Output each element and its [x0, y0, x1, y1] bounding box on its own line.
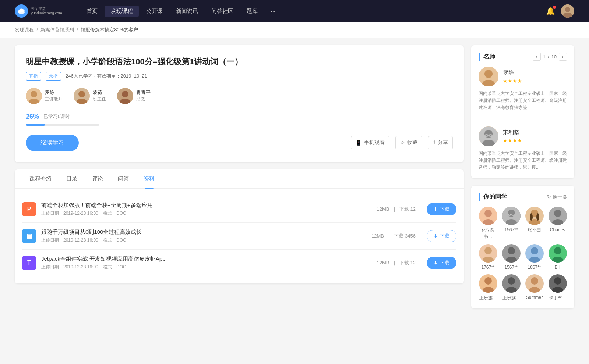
- teachers-title: 名师: [479, 53, 495, 61]
- teacher-0-role: 主讲老师: [45, 96, 63, 102]
- classmate-2: 张小田: [525, 207, 544, 240]
- teachers-row: 罗静 主讲老师 凌荷 班主任: [26, 88, 453, 104]
- resource-1-title: 跟随千万级项目从0到100全过程高效成长: [41, 229, 366, 236]
- resource-0-icon: P: [22, 202, 36, 216]
- classmate-10-name: Summer: [526, 295, 543, 300]
- classmate-11-name: 卡丁车...: [549, 295, 566, 301]
- tabs-card: 课程介绍 目录 评论 问答 资料 P 前端全栈加强版！前端全栈+全周期+多端应用…: [15, 169, 464, 283]
- classmate-4-name: 1767**: [481, 265, 494, 270]
- classmate-0: 化学教书...: [479, 207, 497, 240]
- tab-content-resources: P 前端全栈加强版！前端全栈+全周期+多端应用 上传日期：2019-12-28 …: [15, 189, 464, 283]
- resource-2: T Jetpack全组件实战 开发短视频应用高仿皮皮虾App 上传日期：2019…: [22, 250, 456, 276]
- sidebar-teacher-1-header: 宋利坚 ★★★★: [479, 126, 567, 146]
- resource-2-meta: 上传日期：2019-12-28 16:00 格式：DOC: [41, 264, 372, 270]
- resource-1-stats: 12MB ｜ 下载 3456: [371, 233, 416, 239]
- teacher-1-avatar: [74, 88, 90, 104]
- refresh-button[interactable]: ↻ 换一换: [547, 194, 567, 200]
- classmate-1-avatar: [502, 207, 521, 225]
- svg-point-43: [484, 247, 492, 254]
- classmate-11-avatar: [549, 274, 567, 293]
- user-avatar-nav[interactable]: [561, 4, 574, 18]
- teacher-1: 凌荷 班主任: [74, 88, 106, 104]
- nav-right: 🔔: [546, 4, 574, 18]
- course-meta: 直播 录播 246人已学习 · 有效期至：2019–10–21: [26, 72, 453, 81]
- download-icon: ⬇: [434, 233, 438, 239]
- teacher-1-info: 凌荷 班主任: [93, 89, 106, 102]
- svg-point-64: [554, 277, 561, 285]
- classmate-9-name: 上班族...: [502, 295, 519, 301]
- svg-point-46: [508, 247, 515, 254]
- classmate-4-avatar: [479, 244, 497, 263]
- nav-items: 首页 发现课程 公开课 新闻资讯 问答社区 题库 ···: [81, 6, 535, 17]
- tab-intro[interactable]: 课程介绍: [22, 169, 59, 188]
- resource-2-info: Jetpack全组件实战 开发短视频应用高仿皮皮虾App 上传日期：2019-1…: [41, 256, 372, 270]
- course-card: 明星中教授课，小学阶段语法100分–强化级第1讲动词（一） 直播 录播 246人…: [15, 45, 464, 162]
- nav-open[interactable]: 公开课: [140, 6, 169, 17]
- tabs-header: 课程介绍 目录 评论 问答 资料: [15, 169, 464, 189]
- prev-page-button[interactable]: ‹: [533, 53, 541, 61]
- resource-0-download[interactable]: ⬇ 下载: [427, 203, 456, 215]
- classmate-8: 上班族...: [479, 274, 497, 301]
- logo[interactable]: 云朵课堂 yunduoketang.com: [15, 4, 62, 18]
- continue-button[interactable]: 继续学习: [26, 135, 79, 151]
- share-icon: ⤴: [433, 140, 435, 146]
- action-row: 继续学习 📱 手机观看 ☆ 收藏 ⤴ 分享: [26, 135, 453, 151]
- classmates-header: 你的同学 ↻ 换一换: [479, 193, 567, 201]
- svg-point-8: [31, 91, 37, 97]
- tab-resources[interactable]: 资料: [136, 169, 162, 188]
- resource-1-download[interactable]: ⬇ 下载: [427, 230, 456, 242]
- tab-qa[interactable]: 问答: [110, 169, 136, 188]
- sidebar-teacher-1-stars: ★★★★: [503, 138, 522, 143]
- classmate-7: Bill: [548, 244, 567, 270]
- classmate-8-name: 上班族...: [479, 295, 496, 301]
- resource-2-download[interactable]: ⬇ 下载: [427, 257, 456, 269]
- nav-news[interactable]: 新闻资讯: [170, 6, 204, 17]
- nav-discover[interactable]: 发现课程: [105, 6, 139, 17]
- bell-icon[interactable]: 🔔: [546, 7, 555, 15]
- nav-qa[interactable]: 问答社区: [205, 6, 239, 17]
- resource-1-icon: ▣: [22, 229, 36, 243]
- svg-point-38: [536, 213, 539, 221]
- tab-comments[interactable]: 评论: [85, 169, 110, 188]
- svg-point-61: [531, 277, 538, 285]
- nav-home[interactable]: 首页: [81, 6, 103, 17]
- classmate-5: 1567**: [502, 244, 521, 270]
- bell-dot: [553, 6, 556, 9]
- breadcrumb-series[interactable]: 新媒体营销系列: [40, 27, 74, 32]
- teacher-2-avatar: [117, 88, 133, 104]
- sidebar-teacher-0-desc: 国内某重点大学安全工程专业硕士，国家一级注册消防工程师、注册安全工程师、高级注册…: [479, 90, 567, 111]
- breadcrumb-discover[interactable]: 发现课程: [15, 27, 34, 32]
- svg-point-58: [508, 277, 515, 285]
- classmate-2-avatar: [525, 207, 544, 225]
- tab-catalog[interactable]: 目录: [59, 169, 85, 188]
- nav-quiz[interactable]: 题库: [241, 6, 264, 17]
- share-button[interactable]: ⤴ 分享: [428, 136, 453, 149]
- classmate-5-avatar: [502, 244, 521, 263]
- svg-point-49: [531, 247, 538, 254]
- classmate-0-name: 化学教书...: [479, 227, 497, 240]
- breadcrumb: 发现课程 / 新媒体营销系列 / 销冠修炼术搞定80%的客户: [0, 22, 589, 38]
- teacher-0: 罗静 主讲老师: [26, 88, 63, 104]
- classmates-title: 你的同学: [479, 193, 507, 201]
- progress-bar-bg: [26, 124, 99, 126]
- next-page-button[interactable]: ›: [559, 53, 567, 61]
- svg-point-37: [530, 213, 533, 221]
- classmate-11: 卡丁车...: [548, 274, 567, 301]
- svg-point-17: [484, 70, 493, 78]
- svg-point-52: [554, 247, 561, 254]
- classmate-9-avatar: [502, 274, 521, 293]
- badge-live: 直播: [26, 72, 41, 81]
- sidebar: 名师 ‹ 1/10 ›: [471, 45, 574, 316]
- classmate-8-avatar: [479, 274, 497, 293]
- main-layout: 明星中教授课，小学阶段语法100分–强化级第1讲动词（一） 直播 录播 246人…: [0, 38, 589, 323]
- sidebar-teacher-0-avatar: [479, 67, 498, 86]
- page-current: 1: [543, 54, 546, 60]
- classmate-6: 1867**: [525, 244, 544, 270]
- download-icon: ⬇: [434, 260, 438, 265]
- collect-button[interactable]: ☆ 收藏: [395, 136, 422, 149]
- nav-more[interactable]: ···: [265, 6, 282, 17]
- resource-0-info: 前端全栈加强版！前端全栈+全周期+多端应用 上传日期：2019-12-28 16…: [41, 202, 372, 217]
- svg-point-40: [554, 210, 561, 217]
- mobile-watch-button[interactable]: 📱 手机观看: [351, 136, 389, 149]
- teacher-2-role: 助教: [136, 96, 151, 102]
